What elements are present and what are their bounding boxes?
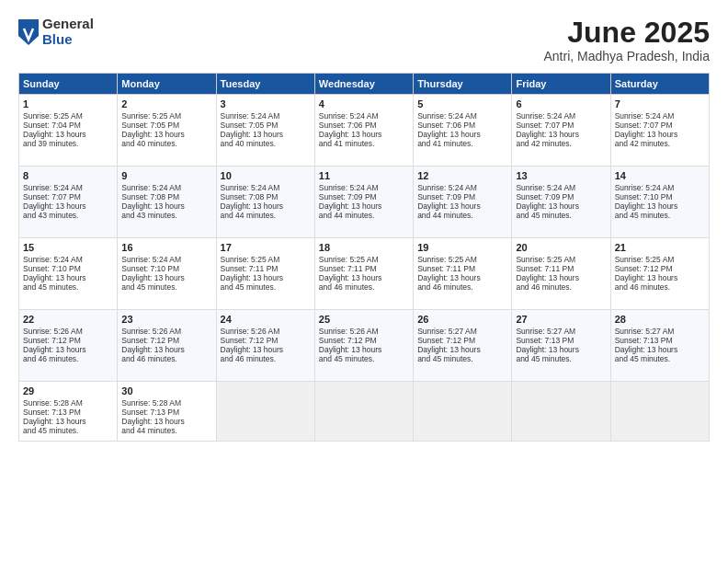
header-cell-tuesday: Tuesday <box>216 74 314 95</box>
cell-text: Daylight: 13 hours <box>615 345 705 354</box>
calendar-cell: 27Sunrise: 5:27 AMSunset: 7:13 PMDayligh… <box>512 310 610 382</box>
cell-text: Sunset: 7:11 PM <box>417 264 507 273</box>
cell-text: Sunset: 7:10 PM <box>121 264 211 273</box>
cell-text: Sunrise: 5:24 AM <box>516 183 606 192</box>
cell-text: Sunset: 7:12 PM <box>417 336 507 345</box>
cell-text: Sunset: 7:12 PM <box>23 336 113 345</box>
day-number: 27 <box>516 314 606 325</box>
cell-text: Sunrise: 5:24 AM <box>221 111 311 121</box>
day-number: 29 <box>23 385 113 396</box>
cell-text: Sunrise: 5:25 AM <box>615 255 705 264</box>
cell-text: Sunset: 7:09 PM <box>319 192 409 201</box>
cell-text: Sunset: 7:13 PM <box>615 336 705 345</box>
cell-text: Daylight: 13 hours <box>221 130 311 139</box>
cell-text: Daylight: 13 hours <box>615 201 705 211</box>
cell-text: Daylight: 13 hours <box>221 201 311 211</box>
cell-text: Daylight: 13 hours <box>417 130 507 139</box>
calendar-cell <box>414 382 512 442</box>
cell-text: Daylight: 13 hours <box>121 201 211 211</box>
header-cell-monday: Monday <box>118 74 216 95</box>
header-cell-wednesday: Wednesday <box>314 74 413 95</box>
day-number: 9 <box>121 170 211 181</box>
calendar-cell: 6Sunrise: 5:24 AMSunset: 7:07 PMDaylight… <box>512 95 610 167</box>
logo-text: General Blue <box>42 17 94 47</box>
cell-text: Daylight: 13 hours <box>319 273 409 282</box>
cell-text: Sunset: 7:10 PM <box>615 192 705 201</box>
calendar-cell: 11Sunrise: 5:24 AMSunset: 7:09 PMDayligh… <box>314 167 413 238</box>
calendar-cell: 8Sunrise: 5:24 AMSunset: 7:07 PMDaylight… <box>19 167 118 238</box>
cell-text: Sunrise: 5:24 AM <box>319 183 409 192</box>
calendar-cell: 12Sunrise: 5:24 AMSunset: 7:09 PMDayligh… <box>414 167 512 238</box>
cell-text: Sunset: 7:13 PM <box>121 408 211 417</box>
day-number: 25 <box>319 314 409 325</box>
logo: General Blue <box>18 17 94 47</box>
cell-text: and 45 minutes. <box>23 282 113 292</box>
cell-text: Sunrise: 5:25 AM <box>319 255 409 264</box>
week-row-3: 22Sunrise: 5:26 AMSunset: 7:12 PMDayligh… <box>19 310 710 382</box>
calendar-cell <box>314 382 413 442</box>
cell-text: and 45 minutes. <box>121 282 211 292</box>
calendar-table: SundayMondayTuesdayWednesdayThursdayFrid… <box>18 73 710 442</box>
day-number: 12 <box>417 170 507 181</box>
calendar-cell: 30Sunrise: 5:28 AMSunset: 7:13 PMDayligh… <box>118 382 216 442</box>
cell-text: Sunrise: 5:25 AM <box>121 111 211 121</box>
cell-text: and 42 minutes. <box>516 139 606 148</box>
cell-text: and 41 minutes. <box>319 139 409 148</box>
cell-text: and 45 minutes. <box>23 426 113 435</box>
calendar-cell: 3Sunrise: 5:24 AMSunset: 7:05 PMDaylight… <box>216 95 314 167</box>
calendar-cell: 7Sunrise: 5:24 AMSunset: 7:07 PMDaylight… <box>610 95 709 167</box>
calendar-cell: 15Sunrise: 5:24 AMSunset: 7:10 PMDayligh… <box>19 238 118 310</box>
cell-text: Daylight: 13 hours <box>121 417 211 426</box>
cell-text: Daylight: 13 hours <box>615 273 705 282</box>
calendar-cell: 19Sunrise: 5:25 AMSunset: 7:11 PMDayligh… <box>414 238 512 310</box>
cell-text: Sunset: 7:12 PM <box>121 336 211 345</box>
cell-text: and 45 minutes. <box>417 354 507 363</box>
cell-text: Daylight: 13 hours <box>23 273 113 282</box>
cell-text: Daylight: 13 hours <box>23 417 113 426</box>
cell-text: and 45 minutes. <box>516 211 606 220</box>
day-number: 22 <box>23 314 113 325</box>
cell-text: Daylight: 13 hours <box>516 201 606 211</box>
month-title: June 2025 <box>543 17 710 49</box>
cell-text: and 40 minutes. <box>121 139 211 148</box>
calendar-cell: 14Sunrise: 5:24 AMSunset: 7:10 PMDayligh… <box>610 167 709 238</box>
logo-icon <box>18 19 39 45</box>
header-cell-friday: Friday <box>512 74 610 95</box>
cell-text: Daylight: 13 hours <box>417 345 507 354</box>
week-row-0: 1Sunrise: 5:25 AMSunset: 7:04 PMDaylight… <box>19 95 710 167</box>
cell-text: Sunrise: 5:27 AM <box>615 327 705 336</box>
cell-text: Sunrise: 5:25 AM <box>516 255 606 264</box>
cell-text: Sunrise: 5:24 AM <box>23 183 113 192</box>
day-number: 17 <box>221 242 311 253</box>
calendar-cell <box>216 382 314 442</box>
cell-text: and 44 minutes. <box>121 426 211 435</box>
cell-text: and 42 minutes. <box>615 139 705 148</box>
day-number: 2 <box>121 98 211 109</box>
header-cell-thursday: Thursday <box>414 74 512 95</box>
cell-text: Sunrise: 5:24 AM <box>23 255 113 264</box>
cell-text: and 44 minutes. <box>221 211 311 220</box>
cell-text: Sunset: 7:09 PM <box>417 192 507 201</box>
logo-blue-text: Blue <box>42 32 94 48</box>
cell-text: Sunset: 7:12 PM <box>319 336 409 345</box>
cell-text: Sunrise: 5:24 AM <box>319 111 409 121</box>
week-row-4: 29Sunrise: 5:28 AMSunset: 7:13 PMDayligh… <box>19 382 710 442</box>
cell-text: and 46 minutes. <box>23 354 113 363</box>
cell-text: and 40 minutes. <box>221 139 311 148</box>
cell-text: Daylight: 13 hours <box>516 130 606 139</box>
calendar-cell: 28Sunrise: 5:27 AMSunset: 7:13 PMDayligh… <box>610 310 709 382</box>
cell-text: and 46 minutes. <box>121 354 211 363</box>
day-number: 16 <box>121 242 211 253</box>
cell-text: Sunset: 7:06 PM <box>417 121 507 130</box>
day-number: 8 <box>23 170 113 181</box>
cell-text: Sunset: 7:08 PM <box>121 192 211 201</box>
cell-text: Sunset: 7:05 PM <box>221 121 311 130</box>
cell-text: Sunset: 7:12 PM <box>615 264 705 273</box>
cell-text: Daylight: 13 hours <box>319 345 409 354</box>
week-row-2: 15Sunrise: 5:24 AMSunset: 7:10 PMDayligh… <box>19 238 710 310</box>
day-number: 26 <box>417 314 507 325</box>
day-number: 21 <box>615 242 705 253</box>
cell-text: Daylight: 13 hours <box>319 130 409 139</box>
cell-text: Daylight: 13 hours <box>121 345 211 354</box>
cell-text: Daylight: 13 hours <box>121 130 211 139</box>
